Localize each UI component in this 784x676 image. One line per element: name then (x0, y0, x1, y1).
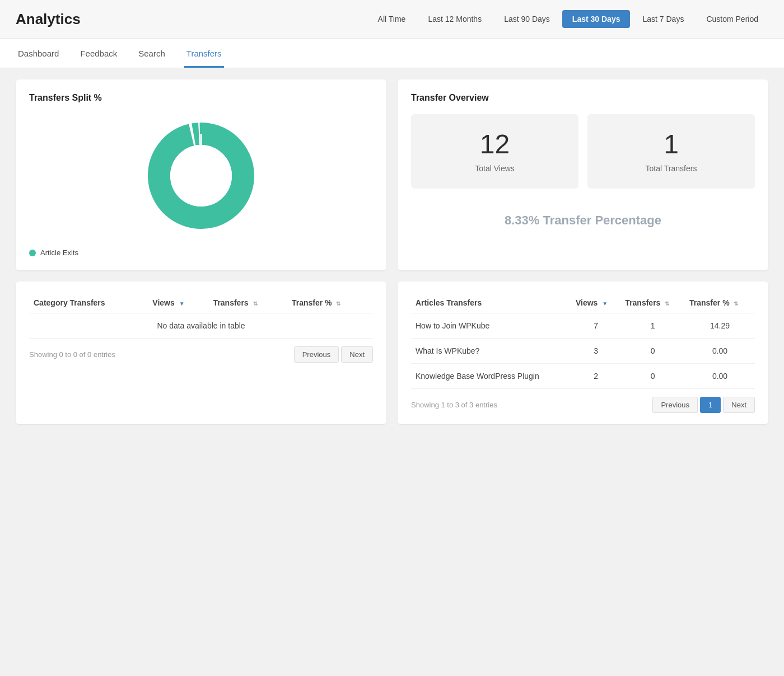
bottom-row: Category Transfers Views ▼ Transfers ⇅ T… (16, 281, 768, 424)
table-row: What Is WPKube? 3 0 0.00 (411, 339, 755, 364)
article-views: 3 (571, 339, 620, 364)
articles-previous-btn[interactable]: Previous (652, 397, 698, 413)
article-transfers-sort-icon: ⇅ (665, 301, 669, 307)
app-title: Analytics (16, 11, 81, 28)
articles-transfers-section: Articles Transfers Views ▼ Transfers ⇅ T… (398, 281, 768, 424)
article-transfers: 1 (620, 313, 685, 339)
top-row: Transfers Split % Article Exits Transfer… (16, 79, 768, 270)
article-transfer-pct: 0.00 (685, 339, 755, 364)
articles-next-btn[interactable]: Next (723, 397, 755, 413)
col-category-transfer-pct[interactable]: Transfer % ⇅ (287, 293, 373, 313)
articles-transfers-table: Articles Transfers Views ▼ Transfers ⇅ T… (411, 293, 755, 389)
donut-chart-container (29, 114, 373, 237)
total-views-box: 12 Total Views (411, 114, 578, 189)
category-table-footer: Showing 0 to 0 of 0 entries Previous Nex… (29, 346, 373, 363)
category-previous-btn[interactable]: Previous (294, 346, 339, 363)
table-row: Knowledge Base WordPress Plugin 2 0 0.00 (411, 364, 755, 389)
col-category-name: Category Transfers (29, 293, 148, 313)
articles-page-1-btn[interactable]: 1 (700, 397, 721, 413)
col-article-transfers[interactable]: Transfers ⇅ (620, 293, 685, 313)
donut-chart (139, 114, 263, 237)
total-views-label: Total Views (422, 164, 567, 173)
total-transfers-number: 1 (599, 130, 744, 159)
transfer-overview-card: Transfer Overview 12 Total Views 1 Total… (398, 79, 768, 270)
svg-point-2 (170, 145, 232, 206)
col-category-views[interactable]: Views ▼ (148, 293, 208, 313)
total-transfers-label: Total Transfers (599, 164, 744, 173)
article-name: How to Join WPKube (411, 313, 571, 339)
col-category-transfers[interactable]: Transfers ⇅ (209, 293, 287, 313)
category-pagination: Previous Next (294, 346, 373, 363)
period-nav: All Time Last 12 Months Last 90 Days Las… (368, 10, 768, 28)
tabs-bar: Dashboard Feedback Search Transfers (0, 39, 784, 68)
total-views-number: 12 (422, 130, 567, 159)
category-entries-info: Showing 0 to 0 of 0 entries (29, 350, 115, 359)
articles-table-footer: Showing 1 to 3 of 3 entries Previous 1 N… (411, 397, 755, 413)
col-article-views[interactable]: Views ▼ (571, 293, 620, 313)
transfers-split-card: Transfers Split % Article Exits (16, 79, 386, 270)
article-name: Knowledge Base WordPress Plugin (411, 364, 571, 389)
period-last-12-months[interactable]: Last 12 Months (418, 10, 492, 28)
transfer-overview-title: Transfer Overview (411, 93, 755, 103)
period-last-7-days[interactable]: Last 7 Days (632, 10, 694, 28)
donut-legend: Article Exits (29, 248, 373, 257)
article-views-sort-icon: ▼ (602, 301, 608, 307)
article-transfers: 0 (620, 339, 685, 364)
tab-feedback[interactable]: Feedback (78, 39, 119, 68)
transfers-sort-icon: ⇅ (253, 301, 258, 307)
transfers-split-title: Transfers Split % (29, 93, 373, 103)
article-transfer-pct-sort-icon: ⇅ (734, 301, 738, 307)
articles-pagination: Previous 1 Next (652, 397, 755, 413)
main-content: Transfers Split % Article Exits Transfer… (0, 68, 784, 435)
period-last-90-days[interactable]: Last 90 Days (494, 10, 560, 28)
article-transfers: 0 (620, 364, 685, 389)
no-data-text: No data available in table (29, 313, 373, 339)
tab-dashboard[interactable]: Dashboard (16, 39, 61, 68)
article-views: 2 (571, 364, 620, 389)
period-custom[interactable]: Custom Period (696, 10, 768, 28)
period-last-30-days[interactable]: Last 30 Days (562, 10, 631, 28)
legend-dot-article-exits (29, 250, 36, 256)
table-row: No data available in table (29, 313, 373, 339)
tab-transfers[interactable]: Transfers (184, 39, 224, 68)
total-transfers-box: 1 Total Transfers (587, 114, 755, 189)
tab-search[interactable]: Search (136, 39, 167, 68)
category-transfers-section: Category Transfers Views ▼ Transfers ⇅ T… (16, 281, 386, 424)
article-views: 7 (571, 313, 620, 339)
category-next-btn[interactable]: Next (341, 346, 373, 363)
article-transfer-pct: 14.29 (685, 313, 755, 339)
article-name: What Is WPKube? (411, 339, 571, 364)
period-all-time[interactable]: All Time (368, 10, 416, 28)
transfer-pct-sort-icon: ⇅ (336, 301, 340, 307)
overview-stats: 12 Total Views 1 Total Transfers (411, 114, 755, 189)
col-article-transfer-pct[interactable]: Transfer % ⇅ (685, 293, 755, 313)
top-bar: Analytics All Time Last 12 Months Last 9… (0, 0, 784, 39)
articles-entries-info: Showing 1 to 3 of 3 entries (411, 401, 497, 409)
article-transfer-pct: 0.00 (685, 364, 755, 389)
category-transfers-table: Category Transfers Views ▼ Transfers ⇅ T… (29, 293, 373, 339)
transfer-percentage-text: 8.33% Transfer Percentage (411, 202, 755, 239)
table-row: How to Join WPKube 7 1 14.29 (411, 313, 755, 339)
views-sort-icon: ▼ (179, 301, 185, 307)
col-article-name: Articles Transfers (411, 293, 571, 313)
legend-label-article-exits: Article Exits (40, 248, 78, 257)
